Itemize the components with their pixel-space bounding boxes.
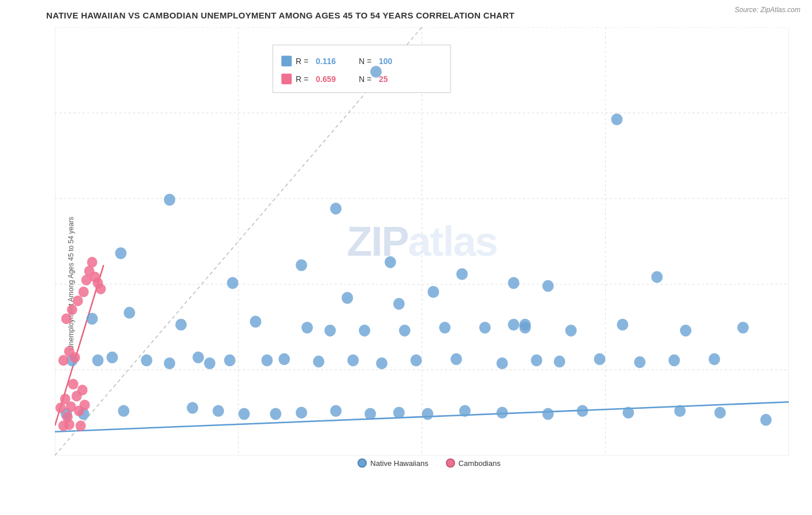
svg-point-92 [364,408,376,420]
svg-point-123 [87,257,98,268]
svg-point-113 [80,400,90,410]
svg-point-42 [427,286,439,298]
legend-item-native-hawaiians: Native Hawaiians [357,458,428,468]
svg-point-63 [106,352,118,364]
svg-point-36 [296,259,307,271]
svg-point-40 [341,292,353,304]
svg-point-59 [680,324,691,337]
svg-point-94 [422,408,434,420]
svg-point-77 [531,354,542,367]
chart-legend: Native Hawaiians Cambodians [12,458,800,468]
svg-point-104 [519,322,531,334]
svg-point-48 [176,319,187,331]
svg-point-68 [224,354,236,367]
svg-point-65 [164,357,176,370]
svg-point-55 [479,322,491,334]
svg-point-128 [64,419,75,430]
svg-point-75 [450,353,462,365]
svg-text:N =: N = [359,74,371,84]
svg-point-49 [250,316,262,328]
svg-point-112 [77,385,88,395]
svg-point-35 [115,247,126,259]
svg-point-51 [325,324,336,337]
svg-point-38 [456,268,468,280]
svg-point-95 [459,405,471,417]
chart-container: NATIVE HAWAIIAN VS CAMBODIAN UNEMPLOYMEN… [0,0,812,515]
legend-dot-cambodians [446,458,455,468]
svg-point-102 [760,414,772,426]
legend-label-cambodians: Cambodians [459,459,501,468]
svg-point-78 [554,356,565,368]
svg-point-79 [594,353,605,365]
scatter-plot: 60.0% 45.0% 30.0% 15.0% 0.0% 100.0% R = … [55,27,789,456]
chart-title: NATIVE HAWAIIAN VS CAMBODIAN UNEMPLOYMEN… [12,6,800,23]
svg-point-129 [76,420,86,431]
legend-item-cambodians: Cambodians [446,458,501,468]
svg-text:100: 100 [379,57,392,66]
svg-point-117 [61,314,72,324]
svg-point-50 [301,322,313,334]
svg-point-46 [87,313,98,325]
svg-point-86 [187,402,198,414]
svg-point-85 [118,405,129,417]
svg-point-45 [651,271,663,283]
svg-point-57 [565,324,577,337]
svg-rect-21 [281,55,292,66]
svg-point-119 [73,296,83,307]
svg-point-31 [370,66,382,78]
svg-point-100 [674,405,686,417]
svg-point-47 [124,307,135,319]
svg-point-67 [204,357,215,370]
chart-plot-area: ZIPatlas 60.0% 45.0% 30.0% 15.0% 0.0% 10… [55,27,789,456]
svg-point-80 [634,356,646,368]
svg-point-120 [79,286,89,297]
svg-point-126 [96,283,106,294]
svg-point-82 [709,353,720,365]
svg-point-118 [67,304,77,315]
svg-point-64 [141,354,152,367]
svg-point-70 [278,353,290,365]
svg-point-116 [70,352,80,363]
svg-point-52 [359,324,370,337]
svg-point-72 [347,354,359,367]
svg-point-97 [542,408,554,420]
svg-point-41 [393,298,405,310]
svg-point-43 [508,277,519,289]
svg-point-60 [737,322,749,334]
svg-point-33 [164,194,176,206]
svg-point-98 [577,405,588,417]
svg-text:N =: N = [359,57,371,66]
svg-point-89 [270,408,281,420]
svg-text:0.659: 0.659 [316,74,336,84]
svg-point-53 [399,324,411,337]
svg-point-91 [330,405,342,417]
svg-point-96 [497,406,508,419]
legend-dot-native-hawaiians [357,458,367,468]
svg-rect-26 [281,73,292,84]
svg-point-34 [330,203,342,215]
svg-text:0.116: 0.116 [316,57,336,66]
svg-point-37 [385,256,396,268]
svg-point-54 [439,322,450,334]
svg-point-73 [376,357,388,370]
svg-point-93 [393,406,405,419]
svg-point-58 [617,319,628,331]
svg-point-109 [68,379,79,390]
svg-point-81 [668,354,680,367]
svg-point-90 [296,406,307,419]
svg-point-88 [239,408,250,420]
svg-point-103 [508,319,519,331]
svg-point-44 [542,280,554,292]
source-text: Source: ZipAtlas.com [735,6,800,14]
svg-point-114 [58,355,69,366]
svg-point-74 [411,354,422,367]
svg-point-32 [611,113,623,125]
svg-text:R =: R = [296,74,308,84]
legend-label-native-hawaiians: Native Hawaiians [370,459,428,468]
svg-point-99 [623,406,634,419]
svg-text:R =: R = [296,57,308,66]
svg-rect-20 [273,45,450,92]
svg-point-62 [92,354,104,367]
svg-point-39 [227,277,239,289]
svg-point-69 [261,354,273,367]
